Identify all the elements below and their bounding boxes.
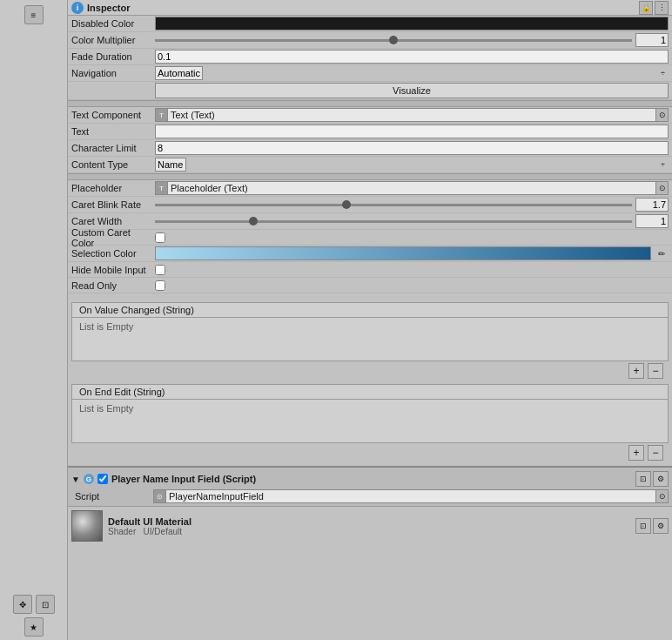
read-only-value bbox=[155, 280, 669, 291]
shader-label: Shader bbox=[108, 527, 136, 536]
caret-blink-row: Caret Blink Rate bbox=[68, 197, 672, 213]
material-section: Default UI Material Shader UI/Default ⊡ … bbox=[68, 506, 672, 545]
shader-value: UI/Default bbox=[144, 527, 182, 536]
caret-width-input[interactable] bbox=[635, 214, 669, 228]
fade-duration-row: Fade Duration bbox=[68, 49, 672, 65]
placeholder-ref-icon: T bbox=[156, 182, 168, 194]
disabled-color-swatch[interactable] bbox=[155, 17, 669, 30]
material-title: Default UI Material bbox=[108, 516, 630, 527]
selection-color-row: Selection Color ✏ bbox=[68, 246, 672, 262]
text-component-ref-btn[interactable]: ⊙ bbox=[655, 109, 668, 121]
text-component-label: Text Component bbox=[71, 110, 153, 120]
header-menu-btn[interactable]: ⋮ bbox=[655, 1, 669, 15]
on-value-changed-add-btn[interactable]: + bbox=[628, 363, 644, 379]
content-type-row: Content Type Name bbox=[68, 157, 672, 173]
custom-caret-value bbox=[155, 232, 669, 243]
material-info: Default UI Material Shader UI/Default bbox=[108, 516, 630, 536]
sidebar-star-btn[interactable]: ★ bbox=[24, 617, 44, 637]
hide-mobile-label: Hide Mobile Input bbox=[71, 265, 153, 275]
on-value-changed-section: On Value Changed (String) List is Empty … bbox=[68, 297, 672, 381]
read-only-label: Read Only bbox=[71, 280, 153, 291]
selection-color-edit-btn[interactable]: ✏ bbox=[655, 246, 669, 260]
sidebar: ≡ ✥ ⊡ ★ bbox=[0, 0, 68, 640]
color-multiplier-row: Color Multiplier bbox=[68, 32, 672, 49]
on-end-edit-add-btn[interactable]: + bbox=[628, 445, 644, 461]
char-limit-input[interactable] bbox=[155, 141, 669, 155]
sidebar-icons: ≡ bbox=[0, 3, 67, 26]
on-end-edit-remove-btn[interactable]: − bbox=[648, 445, 663, 461]
script-section: ▼ G Player Name Input Field (Script) ⊡ ⚙… bbox=[68, 466, 672, 506]
caret-width-slider-container bbox=[155, 214, 669, 228]
caret-blink-value bbox=[155, 198, 669, 212]
caret-blink-input[interactable] bbox=[635, 198, 669, 212]
text-value bbox=[155, 125, 669, 138]
navigation-select[interactable]: Automatic bbox=[155, 66, 203, 80]
content-type-label: Content Type bbox=[71, 159, 153, 170]
text-component-ref: T Text (Text) ⊙ bbox=[155, 108, 669, 122]
script-prop-value: ⊙ PlayerNameInputField ⊙ bbox=[153, 489, 669, 503]
hide-mobile-checkbox[interactable] bbox=[155, 265, 165, 275]
placeholder-label: Placeholder bbox=[71, 183, 153, 193]
script-obj-ref-btn[interactable]: ⊙ bbox=[655, 490, 668, 502]
placeholder-ref-btn[interactable]: ⊙ bbox=[655, 182, 668, 194]
script-edit-btn[interactable]: ⊡ bbox=[635, 471, 651, 487]
on-value-changed-footer: + − bbox=[71, 361, 669, 381]
on-end-edit-empty: List is Empty bbox=[79, 403, 133, 414]
color-multiplier-slider[interactable] bbox=[155, 39, 632, 42]
fade-duration-input[interactable] bbox=[155, 50, 669, 64]
char-limit-row: Character Limit bbox=[68, 140, 672, 157]
script-icons: ⊡ ⚙ bbox=[635, 471, 669, 487]
material-subtitle: Shader UI/Default bbox=[108, 527, 630, 536]
caret-blink-slider[interactable] bbox=[155, 204, 632, 206]
material-icons: ⊡ ⚙ bbox=[635, 518, 669, 534]
material-preview bbox=[71, 510, 103, 542]
caret-width-row: Caret Width bbox=[68, 213, 672, 230]
visualize-row: Visualize bbox=[68, 82, 672, 100]
inspector-container: ≡ ✥ ⊡ ★ i Inspector 🔒 ⋮ Disabled Color C bbox=[0, 0, 672, 640]
sidebar-collapse-btn[interactable]: ≡ bbox=[24, 5, 44, 24]
script-obj-ref: ⊙ PlayerNameInputField ⊙ bbox=[153, 489, 669, 503]
text-input[interactable] bbox=[155, 125, 669, 138]
script-obj-ref-text: PlayerNameInputField bbox=[166, 491, 655, 502]
script-menu-btn[interactable]: ⚙ bbox=[653, 471, 669, 487]
on-value-changed-remove-btn[interactable]: − bbox=[648, 363, 663, 379]
inspector-header: i Inspector 🔒 ⋮ bbox=[68, 0, 672, 16]
script-enabled-checkbox[interactable] bbox=[97, 474, 108, 484]
sidebar-icon-row-top: ≡ bbox=[2, 5, 65, 24]
custom-caret-row: Custom Caret Color bbox=[68, 230, 672, 246]
custom-caret-label: Custom Caret Color bbox=[71, 227, 153, 248]
section-separator-2 bbox=[68, 173, 672, 180]
disabled-color-label: Disabled Color bbox=[71, 18, 153, 29]
caret-width-slider[interactable] bbox=[155, 220, 632, 223]
read-only-checkbox[interactable] bbox=[155, 280, 165, 291]
sidebar-move-btn[interactable]: ✥ bbox=[13, 595, 32, 614]
selection-color-label: Selection Color bbox=[71, 248, 153, 259]
caret-width-value bbox=[155, 214, 669, 228]
custom-caret-checkbox[interactable] bbox=[155, 232, 165, 243]
script-collapse-btn[interactable]: ▼ bbox=[71, 475, 80, 484]
color-multiplier-value bbox=[155, 33, 669, 47]
placeholder-row: Placeholder T Placeholder (Text) ⊙ bbox=[68, 180, 672, 197]
text-component-value: T Text (Text) ⊙ bbox=[155, 108, 669, 122]
material-edit-btn[interactable]: ⊡ bbox=[635, 518, 651, 534]
disabled-color-value bbox=[155, 17, 669, 30]
script-obj-ref-icon: ⊙ bbox=[154, 490, 166, 502]
header-lock-btn[interactable]: 🔒 bbox=[639, 1, 653, 15]
material-menu-btn[interactable]: ⚙ bbox=[653, 518, 669, 534]
caret-blink-slider-container bbox=[155, 198, 669, 212]
on-value-changed-header: On Value Changed (String) bbox=[71, 302, 669, 318]
color-multiplier-input[interactable] bbox=[635, 33, 669, 47]
navigation-row: Navigation Automatic bbox=[68, 65, 672, 82]
placeholder-ref: T Placeholder (Text) ⊙ bbox=[155, 181, 669, 195]
sidebar-scene-btn[interactable]: ⊡ bbox=[36, 595, 55, 614]
text-component-ref-text: Text (Text) bbox=[168, 110, 655, 120]
script-header: ▼ G Player Name Input Field (Script) ⊡ ⚙ bbox=[71, 469, 669, 488]
visualize-button[interactable]: Visualize bbox=[155, 83, 669, 98]
selection-color-swatch[interactable] bbox=[155, 246, 651, 260]
read-only-row: Read Only bbox=[68, 278, 672, 293]
on-end-edit-body: List is Empty bbox=[71, 400, 669, 443]
content-type-select[interactable]: Name bbox=[155, 158, 186, 172]
inspector-title: Inspector bbox=[87, 3, 131, 13]
on-value-changed-empty: List is Empty bbox=[79, 321, 133, 332]
hide-mobile-row: Hide Mobile Input bbox=[68, 262, 672, 278]
